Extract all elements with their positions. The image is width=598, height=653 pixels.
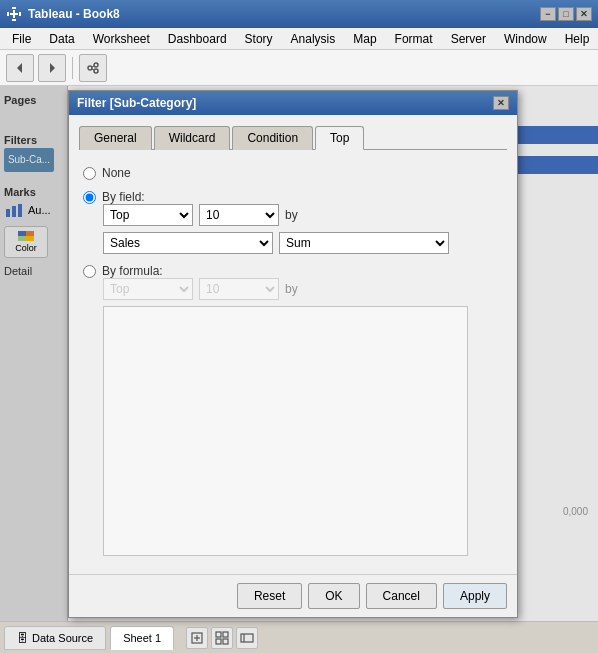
title-controls: − □ ✕ xyxy=(540,7,592,21)
svg-rect-3 xyxy=(19,12,21,16)
menu-format[interactable]: Format xyxy=(387,30,441,48)
menu-help[interactable]: Help xyxy=(557,30,598,48)
menu-analysis[interactable]: Analysis xyxy=(283,30,344,48)
svg-point-10 xyxy=(94,69,98,73)
by-formula-label: By formula: xyxy=(102,264,163,278)
svg-point-9 xyxy=(94,63,98,67)
database-icon: 🗄 xyxy=(17,632,28,644)
by-field-radio[interactable] xyxy=(83,191,96,204)
by-label-2: by xyxy=(285,282,298,296)
svg-rect-24 xyxy=(223,632,228,637)
title-bar: Tableau - Book8 − □ ✕ xyxy=(0,0,598,28)
top-tab-content: None By field: Top Bottom xyxy=(79,158,507,564)
sheet1-label: Sheet 1 xyxy=(123,632,161,644)
tableau-icon xyxy=(6,6,22,22)
bottom-tab-icons xyxy=(186,627,258,649)
new-sheet-button[interactable] xyxy=(186,627,208,649)
tab-general[interactable]: General xyxy=(79,126,152,150)
menu-worksheet[interactable]: Worksheet xyxy=(85,30,158,48)
toolbar-forward-btn[interactable] xyxy=(38,54,66,82)
reset-button[interactable]: Reset xyxy=(237,583,302,609)
by-field-controls: Top Bottom 10 5 20 by xyxy=(103,204,503,254)
top-direction-select[interactable]: Top Bottom xyxy=(103,204,193,226)
by-field-section: By field: Top Bottom 10 5 xyxy=(83,190,503,254)
dialog-overlay: Filter [Sub-Category] ✕ General Wildcard… xyxy=(0,86,598,621)
apply-button[interactable]: Apply xyxy=(443,583,507,609)
main-area: Pages Filters Sub-Ca... Marks Au... xyxy=(0,86,598,621)
svg-rect-26 xyxy=(223,639,228,644)
dialog-footer: Reset OK Cancel Apply xyxy=(69,574,517,617)
toolbar-separator-1 xyxy=(72,57,73,79)
by-formula-radio[interactable] xyxy=(83,265,96,278)
minimize-button[interactable]: − xyxy=(540,7,556,21)
sheet1-tab[interactable]: Sheet 1 xyxy=(110,626,174,650)
title-bar-left: Tableau - Book8 xyxy=(6,6,120,22)
by-formula-radio-row: By formula: xyxy=(83,264,503,278)
top-count-row: Top Bottom 10 5 20 by xyxy=(103,204,503,226)
toolbar-back-btn[interactable] xyxy=(6,54,34,82)
data-source-label: Data Source xyxy=(32,632,93,644)
dialog-close-button[interactable]: ✕ xyxy=(493,96,509,110)
by-formula-section: By formula: Top 10 by xyxy=(83,264,503,556)
tab-top[interactable]: Top xyxy=(315,126,364,150)
svg-line-12 xyxy=(92,69,94,70)
menu-dashboard[interactable]: Dashboard xyxy=(160,30,235,48)
toolbar-connect-btn[interactable] xyxy=(79,54,107,82)
svg-rect-2 xyxy=(7,12,9,16)
by-field-radio-row: By field: xyxy=(83,190,503,204)
menu-window[interactable]: Window xyxy=(496,30,555,48)
cancel-button[interactable]: Cancel xyxy=(366,583,437,609)
by-field-label: By field: xyxy=(102,190,145,204)
menu-server[interactable]: Server xyxy=(443,30,494,48)
close-button[interactable]: ✕ xyxy=(576,7,592,21)
field-select[interactable]: Sales Profit Quantity xyxy=(103,232,273,254)
dialog-tabs: General Wildcard Condition Top xyxy=(79,125,507,150)
svg-marker-6 xyxy=(17,63,22,73)
svg-rect-27 xyxy=(241,634,253,642)
new-story-button[interactable] xyxy=(236,627,258,649)
tab-wildcard[interactable]: Wildcard xyxy=(154,126,231,150)
dialog-content: General Wildcard Condition Top None xyxy=(69,115,517,574)
formula-textarea[interactable] xyxy=(103,306,468,556)
formula-count-select[interactable]: 10 xyxy=(199,278,279,300)
aggregation-select[interactable]: Sum Average Count xyxy=(279,232,449,254)
tab-condition[interactable]: Condition xyxy=(232,126,313,150)
svg-marker-7 xyxy=(50,63,55,73)
svg-rect-23 xyxy=(216,632,221,637)
menu-story[interactable]: Story xyxy=(237,30,281,48)
svg-rect-5 xyxy=(10,13,18,15)
none-radio[interactable] xyxy=(83,167,96,180)
count-select[interactable]: 10 5 20 xyxy=(199,204,279,226)
new-dashboard-button[interactable] xyxy=(211,627,233,649)
by-label-1: by xyxy=(285,208,298,222)
svg-point-8 xyxy=(88,66,92,70)
svg-rect-25 xyxy=(216,639,221,644)
menu-map[interactable]: Map xyxy=(345,30,384,48)
svg-rect-0 xyxy=(12,7,16,9)
sales-sum-row: Sales Profit Quantity Sum Average Count xyxy=(103,232,503,254)
none-label: None xyxy=(102,166,131,180)
svg-line-11 xyxy=(92,66,94,67)
bottom-bar: 🗄 Data Source Sheet 1 xyxy=(0,621,598,653)
data-source-tab[interactable]: 🗄 Data Source xyxy=(4,626,106,650)
toolbar xyxy=(0,50,598,86)
svg-rect-1 xyxy=(12,19,16,21)
dialog-title-text: Filter [Sub-Category] xyxy=(77,96,196,110)
maximize-button[interactable]: □ xyxy=(558,7,574,21)
none-radio-row: None xyxy=(83,166,503,180)
formula-top-select[interactable]: Top xyxy=(103,278,193,300)
formula-controls: Top 10 by xyxy=(103,278,503,556)
filter-dialog: Filter [Sub-Category] ✕ General Wildcard… xyxy=(68,90,518,618)
menu-bar: File Data Worksheet Dashboard Story Anal… xyxy=(0,28,598,50)
menu-file[interactable]: File xyxy=(4,30,39,48)
menu-data[interactable]: Data xyxy=(41,30,82,48)
formula-top-row: Top 10 by xyxy=(103,278,503,300)
ok-button[interactable]: OK xyxy=(308,583,359,609)
title-text: Tableau - Book8 xyxy=(28,7,120,21)
dialog-title-bar: Filter [Sub-Category] ✕ xyxy=(69,91,517,115)
